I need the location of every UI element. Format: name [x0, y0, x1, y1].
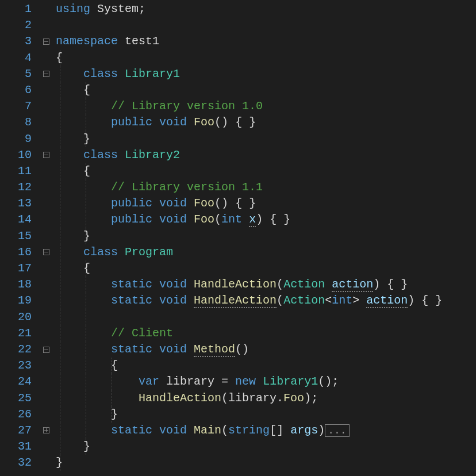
- expand-icon: [43, 427, 49, 433]
- collapse-icon: [43, 152, 49, 158]
- brace: }: [83, 229, 90, 243]
- line-number: 16: [0, 244, 36, 260]
- code-line[interactable]: 1 using System;: [0, 1, 476, 17]
- code-line[interactable]: 6 {: [0, 82, 476, 98]
- method-name: Foo: [194, 116, 214, 129]
- keyword: void: [159, 424, 187, 437]
- code-line[interactable]: 26 }: [0, 406, 476, 423]
- keyword-class: class: [83, 245, 118, 259]
- code-line[interactable]: 31 }: [0, 439, 476, 455]
- line-number: 18: [0, 277, 36, 293]
- comment: // Library version 1.1: [111, 181, 263, 194]
- fold-toggle[interactable]: [36, 33, 56, 49]
- keyword: int: [221, 213, 242, 226]
- code-line[interactable]: 18 static void HandleAction(Action actio…: [0, 277, 476, 293]
- collapse-icon: [43, 39, 49, 45]
- punct: ): [373, 278, 380, 291]
- line-number: 32: [0, 455, 36, 471]
- fold-gutter: [36, 1, 56, 17]
- code-line[interactable]: 27 static void Main(string[] args)...: [0, 423, 476, 439]
- code-line[interactable]: 21 // Client: [0, 325, 476, 341]
- fold-toggle[interactable]: [36, 423, 56, 439]
- keyword-namespace: namespace: [56, 34, 118, 48]
- line-number: 2: [0, 17, 36, 33]
- keyword: public: [111, 197, 152, 210]
- code-line[interactable]: 15 }: [0, 228, 476, 244]
- code-line[interactable]: 22 static void Method(): [0, 341, 476, 358]
- code-line[interactable]: 32 }: [0, 455, 476, 471]
- fold-toggle[interactable]: [36, 244, 56, 260]
- line-number: 11: [0, 163, 36, 179]
- code-line[interactable]: 19 static void HandleAction(Action<int> …: [0, 293, 476, 309]
- punct: (: [277, 278, 283, 291]
- code-line[interactable]: 3 namespace test1: [0, 33, 476, 49]
- line-number: 15: [0, 228, 36, 244]
- type-name: Action: [283, 294, 325, 307]
- line-number: 13: [0, 195, 36, 212]
- line-number: 8: [0, 114, 36, 130]
- punct: (: [214, 213, 221, 226]
- parameter: x: [249, 213, 256, 227]
- line-number: 26: [0, 406, 36, 423]
- brace: {: [83, 262, 90, 275]
- code-line[interactable]: 4 {: [0, 50, 476, 66]
- folded-region[interactable]: ...: [325, 424, 349, 437]
- code-line[interactable]: 11 {: [0, 163, 476, 179]
- fold-toggle[interactable]: [36, 341, 56, 358]
- code-line[interactable]: 2: [0, 17, 476, 33]
- method-name: Foo: [194, 197, 214, 210]
- line-number: 27: [0, 423, 36, 439]
- code-line[interactable]: 24 var library = new Library1();: [0, 374, 476, 390]
- keyword: void: [159, 116, 187, 129]
- keyword: new: [235, 375, 256, 388]
- code-line[interactable]: 25 HandleAction(library.Foo);: [0, 390, 476, 406]
- keyword: void: [159, 278, 187, 291]
- punct: ]: [277, 424, 283, 437]
- keyword: static: [111, 343, 152, 356]
- punct: <: [325, 294, 332, 307]
- method-name: HandleAction: [194, 294, 277, 308]
- identifier: library: [166, 375, 214, 388]
- line-number: 24: [0, 374, 36, 390]
- line-number: 5: [0, 66, 36, 82]
- punct: >: [352, 294, 359, 307]
- line-number: 19: [0, 293, 36, 309]
- method-name: HandleAction: [194, 278, 277, 291]
- brace: {: [56, 51, 63, 64]
- line-number: 10: [0, 147, 36, 163]
- code-line[interactable]: 20: [0, 309, 476, 325]
- brace: {: [111, 359, 118, 372]
- brace: { }: [235, 116, 256, 129]
- keyword: void: [159, 213, 187, 226]
- code-line[interactable]: 8 public void Foo() { }: [0, 114, 476, 130]
- code-line[interactable]: 16 class Program: [0, 244, 476, 260]
- code-line[interactable]: 5 class Library1: [0, 66, 476, 82]
- punct: ): [318, 424, 325, 437]
- keyword-class: class: [83, 148, 118, 162]
- code-line[interactable]: 14 public void Foo(int x) { }: [0, 212, 476, 228]
- code-line[interactable]: 9 }: [0, 131, 476, 147]
- punct: ;: [332, 375, 339, 388]
- code-line[interactable]: 12 // Library version 1.1: [0, 179, 476, 195]
- code-editor[interactable]: 1 using System; 2 3 namespace test1 4 { …: [0, 0, 476, 471]
- code-line[interactable]: 23 {: [0, 358, 476, 374]
- namespace-name: test1: [125, 34, 159, 48]
- brace: }: [83, 440, 90, 453]
- code-line[interactable]: 7 // Library version 1.0: [0, 98, 476, 114]
- code-line[interactable]: 17 {: [0, 260, 476, 277]
- fold-gutter: [36, 17, 56, 33]
- collapse-icon: [43, 347, 49, 353]
- code-line[interactable]: 13 public void Foo() { }: [0, 195, 476, 212]
- brace: }: [111, 408, 118, 421]
- comment: // Client: [111, 327, 173, 340]
- keyword-class: class: [83, 67, 118, 80]
- keyword: public: [111, 213, 152, 226]
- fold-toggle[interactable]: [36, 66, 56, 82]
- keyword: void: [159, 294, 187, 307]
- keyword: static: [111, 294, 152, 307]
- line-number: 14: [0, 212, 36, 228]
- code-line[interactable]: 10 class Library2: [0, 147, 476, 163]
- fold-toggle[interactable]: [36, 147, 56, 163]
- punct: (): [235, 343, 249, 356]
- brace: {: [83, 83, 90, 97]
